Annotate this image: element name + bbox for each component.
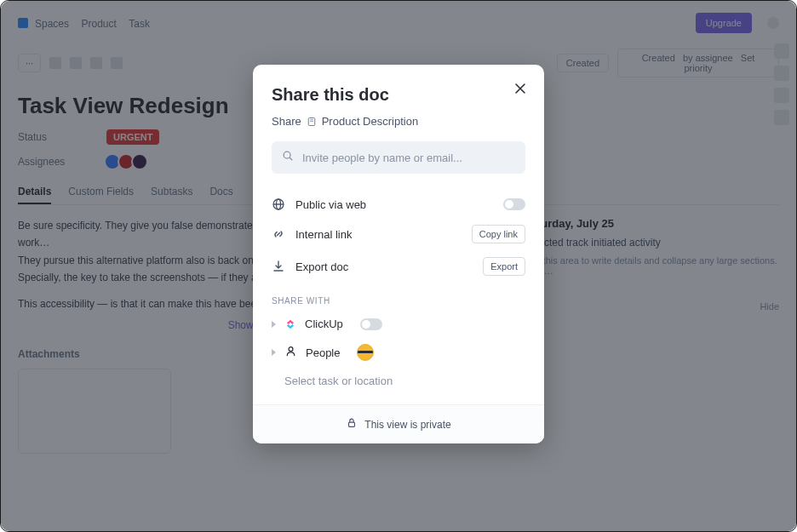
link-icon <box>272 227 285 241</box>
public-web-label: Public via web <box>295 198 366 211</box>
chevron-right-icon <box>272 321 276 328</box>
globe-icon <box>272 197 285 211</box>
download-icon <box>272 260 285 273</box>
chevron-right-icon <box>272 378 276 385</box>
svg-rect-9 <box>349 422 355 426</box>
lock-icon <box>346 417 358 432</box>
export-doc-label: Export doc <box>295 260 348 273</box>
modal-footer: This view is private <box>253 404 544 443</box>
doc-icon <box>307 117 317 127</box>
share-modal: Share this doc Share Product Description… <box>253 65 544 443</box>
avatar <box>357 344 374 361</box>
invite-input[interactable] <box>302 152 515 164</box>
chevron-right-icon <box>272 349 276 356</box>
share-people-label: People <box>306 346 340 359</box>
person-icon <box>284 345 297 360</box>
share-label: Share <box>272 115 301 128</box>
svg-line-4 <box>290 157 292 160</box>
clickup-toggle[interactable] <box>360 318 382 330</box>
export-button[interactable]: Export <box>483 257 525 276</box>
clickup-icon <box>284 318 296 330</box>
search-icon <box>282 150 294 165</box>
export-doc-row: Export doc Export <box>272 250 525 283</box>
modal-title: Share this doc <box>272 85 525 105</box>
public-web-toggle[interactable] <box>503 198 525 210</box>
doc-name: Product Description <box>322 115 418 128</box>
invite-search[interactable] <box>272 141 525 174</box>
share-clickup-row[interactable]: ClickUp <box>272 311 525 337</box>
close-button[interactable] <box>513 82 529 97</box>
select-location-row[interactable]: Select task or location <box>272 368 525 394</box>
share-clickup-label: ClickUp <box>305 317 343 330</box>
share-with-heading: SHARE WITH <box>272 296 525 306</box>
svg-point-8 <box>289 347 293 352</box>
public-web-row: Public via web <box>272 191 525 218</box>
close-icon <box>513 82 527 95</box>
select-location-label: Select task or location <box>284 375 393 387</box>
internal-link-row: Internal link Copy link <box>272 218 525 250</box>
copy-link-button[interactable]: Copy link <box>472 225 525 243</box>
privacy-text: This view is private <box>364 419 450 431</box>
internal-link-label: Internal link <box>295 228 352 241</box>
doc-breadcrumb: Share Product Description <box>272 115 525 128</box>
share-people-row[interactable]: People <box>272 337 525 368</box>
